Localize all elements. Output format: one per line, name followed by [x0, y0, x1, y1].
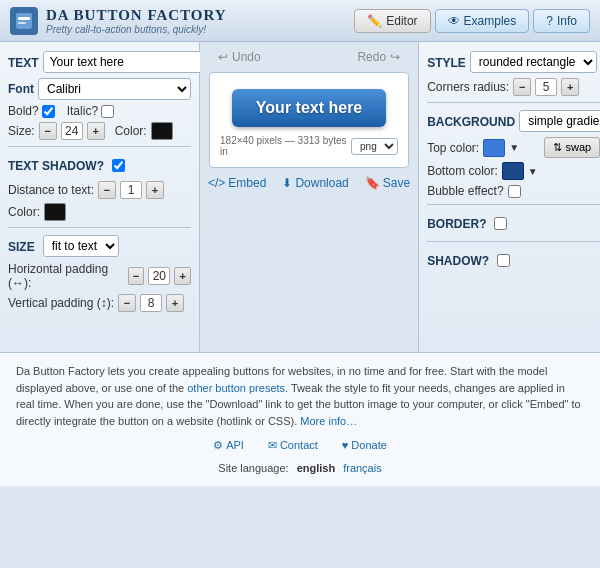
style-row: Style rounded rectangle [427, 50, 600, 74]
h-padding-value: 20 [148, 267, 170, 285]
action-bar: </> Embed ⬇ Download 🔖 Save [208, 176, 410, 190]
v-padding-value: 8 [140, 294, 162, 312]
header-logo: Da Button Factory Pretty call-to-action … [10, 7, 354, 35]
h-padding-decrement-btn[interactable]: − [128, 267, 145, 285]
right-shadow-row: Shadow? [427, 248, 600, 272]
lang-english[interactable]: english [297, 460, 336, 477]
bottom-color-label: Bottom color: [427, 164, 498, 178]
top-color-label: Top color: [427, 141, 479, 155]
border-checkbox[interactable] [494, 217, 507, 230]
pencil-icon: ✏️ [367, 14, 382, 28]
shadow-color-label: Color: [8, 205, 40, 219]
corners-decrement-btn[interactable]: − [513, 78, 531, 96]
distance-decrement-btn[interactable]: − [98, 181, 116, 199]
text-input[interactable] [43, 51, 207, 73]
text-color-swatch[interactable] [151, 122, 173, 140]
v-padding-row: Vertical padding (↕): − 8 + [8, 294, 191, 312]
bold-checkbox[interactable] [42, 105, 55, 118]
contact-label: Contact [280, 437, 318, 454]
bubble-label: Bubble effect? [427, 184, 504, 198]
swap-label: swap [565, 141, 591, 153]
info-nav-btn[interactable]: ? Info [533, 9, 590, 33]
v-padding-decrement-btn[interactable]: − [118, 294, 136, 312]
footer-more-link[interactable]: More info… [300, 415, 357, 427]
examples-nav-btn[interactable]: 👁 Examples [435, 9, 530, 33]
svg-rect-1 [18, 17, 30, 20]
size-color-row: Size: − 24 + Color: [8, 122, 191, 140]
download-link[interactable]: ⬇ Download [282, 176, 348, 190]
footer-description: Da Button Factory lets you create appeal… [16, 363, 584, 429]
undo-btn[interactable]: ↩ Undo [218, 50, 261, 64]
corners-row: Corners radius: − 5 + [427, 78, 600, 96]
corners-increment-btn[interactable]: + [561, 78, 579, 96]
format-select[interactable]: png [351, 138, 398, 155]
app-subtitle: Pretty call-to-action buttons, quickly! [46, 24, 227, 35]
app-title: Da Button Factory [46, 7, 227, 24]
shadow-color-row: Color: [8, 203, 191, 221]
background-row: Background simple gradient [427, 109, 600, 133]
size-increment-btn[interactable]: + [87, 122, 105, 140]
logo-icon [10, 7, 38, 35]
bottom-color-swatch[interactable] [502, 162, 524, 180]
preview-info: 182×40 pixels — 3313 bytes in png [220, 135, 398, 157]
api-icon: ⚙ [213, 437, 223, 454]
top-color-swatch[interactable] [483, 139, 505, 157]
preview-area: Your text here 182×40 pixels — 3313 byte… [209, 72, 409, 168]
bottom-color-dropdown-icon: ▼ [528, 166, 538, 177]
preview-dimensions: 182×40 pixels — 3313 bytes in [220, 135, 347, 157]
header: Da Button Factory Pretty call-to-action … [0, 0, 600, 42]
style-select[interactable]: rounded rectangle [470, 51, 597, 73]
api-link[interactable]: ⚙ API [213, 437, 244, 454]
center-panel: ↩ Undo Redo ↪ Your text here 182×40 pixe… [200, 42, 418, 352]
eye-icon: 👁 [448, 14, 460, 28]
right-panel: Style rounded rectangle Corners radius: … [418, 42, 600, 352]
h-padding-increment-btn[interactable]: + [174, 267, 191, 285]
undo-label: Undo [232, 50, 261, 64]
size-fit-select[interactable]: fit to text [43, 235, 119, 257]
save-icon: 🔖 [365, 176, 380, 190]
distance-label: Distance to text: [8, 183, 94, 197]
save-link[interactable]: 🔖 Save [365, 176, 410, 190]
bold-label: Bold? [8, 104, 39, 118]
italic-checkbox[interactable] [101, 105, 114, 118]
v-padding-increment-btn[interactable]: + [166, 294, 184, 312]
editor-nav-btn[interactable]: ✏️ Editor [354, 9, 430, 33]
site-lang-label: Site language: [218, 460, 288, 477]
api-label: API [226, 437, 244, 454]
text-section-label: Text [8, 56, 39, 70]
right-shadow-checkbox[interactable] [497, 254, 510, 267]
font-select[interactable]: Calibri [38, 78, 191, 100]
info-nav-label: Info [557, 14, 577, 28]
size-decrement-btn[interactable]: − [39, 122, 57, 140]
bubble-row: Bubble effect? [427, 184, 600, 198]
lang-french[interactable]: français [343, 460, 382, 477]
italic-checkbox-label: Italic? [67, 104, 114, 118]
preview-button[interactable]: Your text here [232, 89, 386, 127]
bubble-checkbox[interactable] [508, 185, 521, 198]
size-value: 24 [61, 122, 83, 140]
v-padding-label: Vertical padding (↕): [8, 296, 114, 310]
size-section-label: Size [8, 240, 35, 254]
bottom-color-row: Bottom color: ▼ [427, 162, 600, 180]
shadow-checkbox[interactable] [112, 159, 125, 172]
font-label: Font [8, 82, 34, 96]
donate-link[interactable]: ♥ Donate [342, 437, 387, 454]
embed-link[interactable]: </> Embed [208, 176, 266, 190]
redo-btn[interactable]: Redo ↪ [357, 50, 400, 64]
footer-presets-link[interactable]: other button presets [187, 382, 285, 394]
corners-label: Corners radius: [427, 80, 509, 94]
bg-style-select[interactable]: simple gradient [519, 110, 600, 132]
embed-icon: </> [208, 176, 225, 190]
border-section-label: Border? [427, 217, 486, 231]
footer-lang: Site language: english français [16, 460, 584, 477]
distance-increment-btn[interactable]: + [146, 181, 164, 199]
swap-btn[interactable]: ⇅ swap [544, 137, 600, 158]
shadow-color-swatch[interactable] [44, 203, 66, 221]
donate-label: Donate [351, 437, 386, 454]
contact-link[interactable]: ✉ Contact [268, 437, 318, 454]
left-panel: Text Font Calibri Bold? Italic? Size: − [0, 42, 200, 352]
download-label: Download [295, 176, 348, 190]
svg-rect-2 [18, 22, 26, 24]
examples-nav-label: Examples [464, 14, 517, 28]
bold-checkbox-label: Bold? [8, 104, 55, 118]
